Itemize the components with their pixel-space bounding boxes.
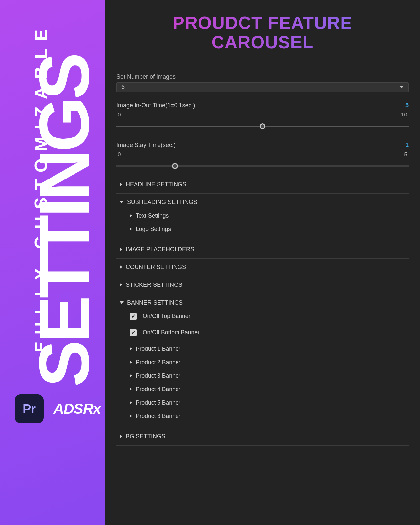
child-label: Text Settings	[136, 212, 169, 219]
section-label: IMAGE PLACEHOLDERS	[126, 246, 194, 253]
checkbox-checked-icon[interactable]: ✓	[130, 329, 137, 336]
title-line-2: CAROUSEL	[211, 32, 313, 52]
inout-time-field: Image In-Out Time(1=0.1sec.) 5 0 10	[116, 102, 409, 132]
chevron-right-icon	[130, 374, 132, 377]
premiere-pro-badge: Pr	[15, 394, 44, 423]
top-banner-toggle[interactable]: ✓ On/Off Top Banner	[130, 309, 409, 326]
inout-min: 0	[118, 112, 121, 118]
banner-children: ✓ On/Off Top Banner ✓ On/Off Bottom Bann…	[116, 307, 409, 423]
section-label: SUBHEADING SETTINGS	[127, 199, 197, 206]
chevron-right-icon	[120, 247, 122, 251]
section-label: HEADLINE SETTINGS	[126, 181, 186, 188]
chevron-right-icon	[130, 214, 132, 217]
inout-time-value[interactable]: 5	[405, 102, 409, 109]
num-images-field: Set Number of Images 6	[116, 74, 409, 92]
stay-time-slider[interactable]	[116, 160, 409, 172]
sections-list: HEADLINE SETTINGS SUBHEADING SETTINGS Te…	[116, 176, 409, 446]
num-images-label: Set Number of Images	[116, 74, 409, 80]
section-label: STICKER SETTINGS	[126, 282, 182, 288]
chevron-down-icon	[120, 301, 124, 304]
section-label: COUNTER SETTINGS	[126, 264, 186, 271]
child-label: Product 2 Banner	[136, 359, 180, 366]
chevron-right-icon	[130, 414, 132, 418]
section-headline[interactable]: HEADLINE SETTINGS	[116, 176, 409, 193]
section-label: BG SETTINGS	[126, 433, 165, 440]
chevron-right-icon	[120, 265, 122, 269]
product-banner-item[interactable]: Product 5 Banner	[130, 396, 409, 410]
product-banner-item[interactable]: Product 3 Banner	[130, 369, 409, 383]
child-label: Product 3 Banner	[136, 372, 180, 379]
chevron-right-icon	[130, 388, 132, 391]
section-label: BANNER SETTINGS	[127, 299, 183, 306]
chevron-right-icon	[130, 361, 132, 364]
toggle-label: On/Off Top Banner	[143, 313, 190, 320]
product-banner-item[interactable]: Product 2 Banner	[130, 356, 409, 369]
section-placeholders[interactable]: IMAGE PLACEHOLDERS	[116, 241, 409, 258]
inout-time-label: Image In-Out Time(1=0.1sec.)	[116, 102, 195, 109]
stay-max: 5	[404, 151, 407, 158]
subheading-children: Text Settings Logo Settings	[116, 206, 409, 236]
num-images-value: 6	[121, 84, 125, 91]
num-images-select[interactable]: 6	[116, 82, 409, 92]
text-settings-item[interactable]: Text Settings	[130, 209, 409, 222]
section-bg[interactable]: BG SETTINGS	[116, 428, 409, 446]
slider-thumb[interactable]	[172, 163, 178, 169]
bottom-banner-toggle[interactable]: ✓ On/Off Bottom Banner	[130, 326, 409, 342]
product-banner-item[interactable]: Product 1 Banner	[130, 342, 409, 356]
promo-sidebar: SETTINGS FULLY CUSTOMIZABLE Pr ADSRx	[0, 0, 105, 525]
chevron-right-icon	[130, 347, 132, 350]
checkbox-checked-icon[interactable]: ✓	[130, 313, 137, 320]
chevron-down-icon	[400, 86, 404, 88]
stay-time-field: Image Stay Time(sec.) 1 0 5	[116, 142, 409, 172]
chevron-right-icon	[120, 182, 122, 186]
section-counter[interactable]: COUNTER SETTINGS	[116, 258, 409, 276]
toggle-label: On/Off Bottom Banner	[143, 329, 200, 336]
stay-time-value[interactable]: 1	[405, 142, 409, 149]
page-title: PROUDCT FEATURE CAROUSEL	[116, 13, 409, 52]
section-sticker[interactable]: STICKER SETTINGS	[116, 276, 409, 294]
chevron-right-icon	[130, 227, 132, 231]
product-banner-item[interactable]: Product 4 Banner	[130, 383, 409, 396]
section-banner[interactable]: BANNER SETTINGS ✓ On/Off Top Banner ✓ On…	[116, 294, 409, 428]
child-label: Product 4 Banner	[136, 386, 180, 393]
brand-logo: ADSRx	[53, 401, 101, 417]
title-line-1: PROUDCT FEATURE	[173, 13, 352, 32]
chevron-right-icon	[120, 434, 122, 438]
chevron-down-icon	[120, 201, 124, 203]
product-banner-item[interactable]: Product 6 Banner	[130, 410, 409, 423]
chevron-right-icon	[130, 401, 132, 404]
logo-settings-item[interactable]: Logo Settings	[130, 222, 409, 236]
child-label: Product 5 Banner	[136, 399, 180, 406]
section-subheading[interactable]: SUBHEADING SETTINGS Text Settings Logo S…	[116, 193, 409, 241]
child-label: Product 1 Banner	[136, 346, 180, 352]
slider-thumb[interactable]	[260, 123, 265, 129]
child-label: Logo Settings	[136, 226, 171, 233]
sidebar-logos: Pr ADSRx	[15, 394, 101, 423]
settings-panel: PROUDCT FEATURE CAROUSEL Set Number of I…	[105, 0, 420, 525]
sidebar-subtitle: FULLY CUSTOMIZABLE	[31, 22, 51, 352]
stay-min: 0	[118, 151, 121, 158]
inout-time-slider[interactable]	[116, 121, 409, 132]
inout-max: 10	[401, 112, 407, 118]
slider-track	[116, 165, 409, 166]
child-label: Product 6 Banner	[136, 413, 180, 420]
chevron-right-icon	[120, 283, 122, 287]
stay-time-label: Image Stay Time(sec.)	[116, 142, 176, 149]
